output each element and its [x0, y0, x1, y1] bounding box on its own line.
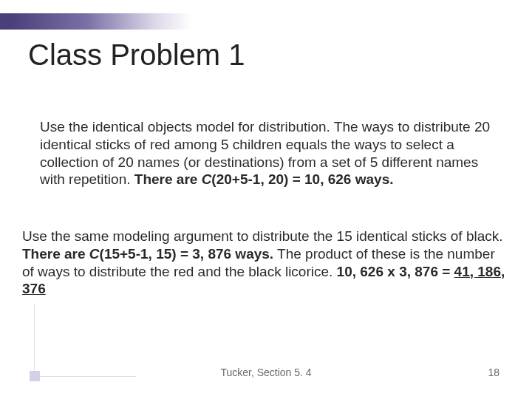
accent-line-vertical: [34, 304, 35, 371]
paragraph-2-text-a: Use the same modeling argument to distri…: [22, 228, 503, 244]
paragraph-1-answer: There are C(20+5-1, 20) = 10, 626 ways.: [134, 171, 394, 187]
paragraph-1: Use the identical objects model for dist…: [40, 118, 497, 188]
paragraph-2-answer-a: There are C(15+5-1, 15) = 3, 876 ways.: [22, 246, 273, 262]
answer-1-prefix: There are: [134, 171, 202, 187]
answer-1-expr: (20+5-1, 20) = 10, 626 ways.: [211, 171, 393, 187]
header-gradient-bar: [0, 13, 192, 30]
answer-2-c: C: [89, 246, 100, 262]
answer-1-c: C: [202, 171, 212, 187]
answer-2-expr: (15+5-1, 15) = 3, 876 ways.: [100, 246, 274, 262]
page-number: 18: [488, 366, 499, 378]
final-calc-prefix: 10, 626 x 3, 876 =: [337, 264, 454, 279]
slide-title: Class Problem 1: [28, 38, 245, 72]
slide: Class Problem 1 Use the identical object…: [0, 0, 532, 399]
footer-center-text: Tucker, Section 5. 4: [0, 366, 532, 378]
answer-2-prefix: There are: [22, 246, 89, 262]
paragraph-2: Use the same modeling argument to distri…: [22, 228, 510, 298]
